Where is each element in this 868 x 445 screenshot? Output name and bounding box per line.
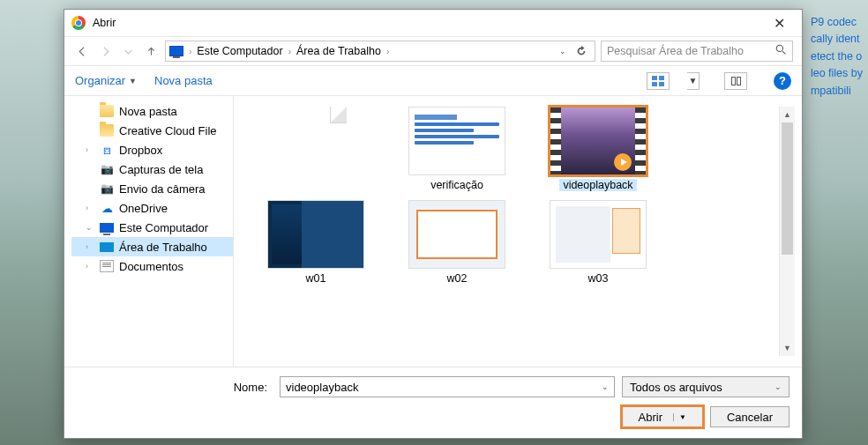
tree-item-label: Creative Cloud File [119,124,217,137]
tree-item-onedrive[interactable]: ›☁OneDrive [71,198,233,218]
svg-rect-1 [652,76,657,80]
breadcrumb[interactable]: › Este Computador › Área de Trabalho › ⌄ [165,41,595,62]
tree-item-envio-da-câmera[interactable]: 📷Envio da câmera [71,179,233,198]
expand-toggle-icon[interactable]: › [86,145,94,154]
camera-icon: 📷 [100,182,114,195]
dialog-title: Abrir [93,17,116,29]
camera-icon: 📷 [100,163,114,175]
file-thumbnail [550,200,647,269]
desktop-icon [100,242,114,252]
tree-item-label: Este Computador [119,221,208,234]
chevron-right-icon: › [187,47,193,56]
tree-item-label: Dropbox [119,144,162,157]
scrollbar[interactable]: ▲ ▼ [779,107,795,356]
nav-recent-button[interactable] [119,42,137,60]
nav-forward-button[interactable] [96,42,114,60]
nav-up-button[interactable] [142,42,160,60]
titlebar: Abrir ✕ [64,10,802,36]
file-item[interactable]: videoplayback [541,107,655,191]
tree-item-label: Área de Trabalho [119,241,207,254]
open-button[interactable]: Abrir▼ [622,406,703,427]
open-split-dropdown[interactable]: ▼ [673,413,686,421]
refresh-button[interactable] [572,41,591,61]
breadcrumb-current[interactable]: Área de Trabalho [296,45,381,57]
tree-item-nova-pasta[interactable]: Nova pasta [71,101,233,121]
file-thumbnail [408,107,505,175]
breadcrumb-root[interactable]: Este Computador [197,45,282,57]
file-name-label: videoplayback [559,179,636,191]
file-item[interactable]: verificação [400,107,514,191]
file-item[interactable]: w01 [258,200,373,285]
nav-bar: › Este Computador › Área de Trabalho › ⌄… [64,36,802,66]
file-name-label: verificação [430,179,483,191]
filename-label: Nome: [77,381,273,394]
play-icon [614,153,632,171]
file-name-label: w03 [588,272,609,285]
chevron-down-icon[interactable]: ⌄ [774,382,782,391]
monitor-icon [100,223,114,233]
file-thumbnail [267,200,364,269]
search-placeholder: Pesquisar Área de Trabalho [607,45,744,57]
cancel-button[interactable]: Cancelar [710,406,789,427]
background-page-text: P9 codec cally ident etect the o leo fil… [811,14,863,100]
file-thumbnail [408,200,505,269]
scroll-down-button[interactable]: ▼ [780,340,795,356]
new-folder-button[interactable]: Nova pasta [154,74,213,87]
organize-menu[interactable]: Organizar▼ [75,74,137,87]
svg-rect-4 [659,82,664,86]
computer-icon [169,46,183,56]
chevron-right-icon: › [385,47,391,56]
file-name-label: w01 [306,272,326,285]
tree-item-label: Nova pasta [119,105,177,118]
filename-input[interactable]: videoplayback ⌄ [280,376,615,397]
search-icon [775,44,787,58]
file-list-pane: verificaçãovideoplaybackw01w02w03 ▲ ▼ [234,96,802,367]
tree-item-este-computador[interactable]: ⌄Este Computador [71,218,233,237]
tree-item-capturas-de-tela[interactable]: 📷Capturas de tela [71,159,233,179]
view-mode-button[interactable] [647,72,670,90]
tree-item-documentos[interactable]: ›Documentos [71,256,233,276]
nav-back-button[interactable] [73,42,91,60]
open-file-dialog: Abrir ✕ › Este Computador › Área de Trab… [64,9,803,439]
navigation-tree: Nova pastaCreative Cloud File›⧈Dropbox📷C… [64,96,234,367]
expand-toggle-icon[interactable]: › [86,204,94,212]
tree-item-label: Capturas de tela [119,163,203,176]
file-item[interactable]: w02 [400,200,514,285]
close-button[interactable]: ✕ [760,11,798,35]
preview-pane-button[interactable] [724,72,747,90]
tree-item-área-de-trabalho[interactable]: ›Área de Trabalho [71,237,233,256]
svg-rect-2 [659,76,664,80]
help-button[interactable]: ? [774,72,791,90]
scroll-up-button[interactable]: ▲ [780,107,795,122]
tree-item-creative-cloud-file[interactable]: Creative Cloud File [71,121,233,140]
expand-toggle-icon[interactable]: › [86,262,94,271]
breadcrumb-dropdown[interactable]: ⌄ [559,47,566,56]
expand-toggle-icon[interactable]: ⌄ [86,223,94,232]
cc-icon [100,124,114,137]
chrome-icon [71,16,86,30]
dropbox-icon: ⧈ [100,144,114,156]
toolbar: Organizar▼ Nova pasta ▼ ? [64,66,802,96]
search-input[interactable]: Pesquisar Área de Trabalho [601,41,793,62]
file-thumbnail [550,107,647,175]
tree-item-dropbox[interactable]: ›⧈Dropbox [71,140,233,159]
chevron-right-icon: › [287,47,293,56]
svg-point-0 [776,45,782,51]
view-mode-dropdown[interactable]: ▼ [687,72,700,90]
svg-rect-3 [652,82,657,86]
tree-item-label: OneDrive [119,202,168,215]
expand-toggle-icon[interactable]: › [86,242,94,251]
file-name-label: w02 [447,272,468,285]
scroll-thumb[interactable] [782,122,793,255]
folder-icon [100,105,114,117]
file-type-filter[interactable]: Todos os arquivos ⌄ [622,376,789,397]
tree-item-label: Documentos [119,260,183,273]
file-thumbnail [285,107,347,175]
onedrive-icon: ☁ [100,202,114,214]
chevron-down-icon[interactable]: ⌄ [602,382,609,391]
file-item[interactable] [258,107,373,191]
tree-item-label: Envio da câmera [119,182,206,196]
file-item[interactable]: w03 [541,200,655,285]
docs-icon [100,260,114,272]
dialog-footer: Nome: videoplayback ⌄ Todos os arquivos … [64,367,802,438]
